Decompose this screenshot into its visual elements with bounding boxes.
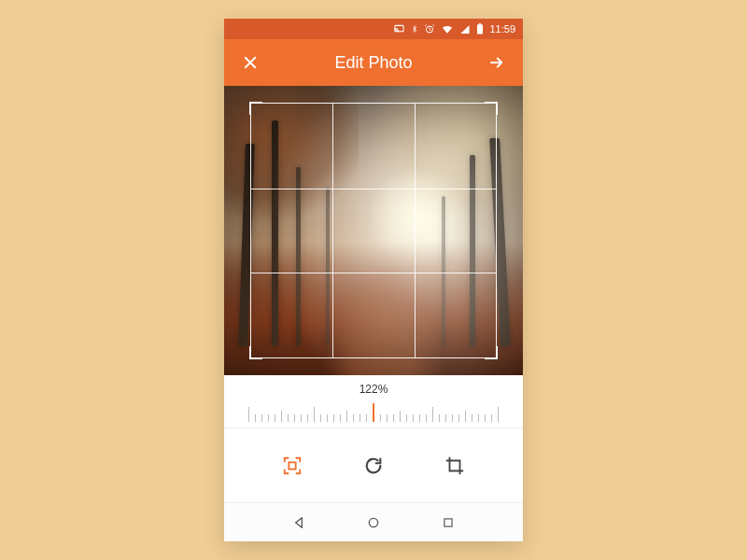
circle-home-icon — [366, 515, 381, 530]
crop-handle-tr[interactable] — [485, 102, 498, 115]
controls-panel: 122% — [224, 375, 523, 541]
grid-line — [251, 189, 496, 189]
status-bar: 11:59 — [224, 19, 523, 39]
next-button[interactable] — [486, 51, 508, 74]
close-button[interactable] — [239, 51, 261, 74]
zoom-control: 122% — [224, 375, 523, 428]
svg-rect-4 — [289, 462, 296, 469]
close-icon — [242, 54, 259, 71]
nav-home-button[interactable] — [359, 508, 388, 538]
arrow-right-icon — [486, 54, 507, 71]
frame-icon — [282, 455, 303, 476]
crop-tool-button[interactable] — [432, 443, 477, 488]
alarm-icon — [424, 23, 435, 35]
svg-rect-6 — [444, 518, 452, 525]
svg-rect-2 — [477, 24, 483, 34]
crop-icon — [444, 455, 465, 476]
frame-tool-button[interactable] — [270, 443, 315, 488]
square-recent-icon — [442, 516, 455, 529]
zoom-ruler[interactable] — [224, 399, 523, 422]
page-title: Edit Photo — [334, 53, 412, 73]
svg-rect-3 — [479, 23, 481, 24]
tool-row — [224, 428, 523, 502]
crop-handle-bl[interactable] — [249, 346, 262, 359]
grid-line — [332, 104, 333, 357]
zoom-indicator — [373, 403, 374, 422]
grid-line — [251, 273, 496, 273]
app-bar: Edit Photo — [224, 39, 523, 86]
rotate-tool-button[interactable] — [351, 443, 396, 488]
status-time: 11:59 — [489, 23, 515, 35]
battery-icon — [476, 23, 484, 35]
bluetooth-icon — [411, 23, 418, 35]
cast-icon — [393, 24, 405, 35]
photo-canvas[interactable] — [224, 86, 523, 375]
phone-frame: 11:59 Edit Photo — [224, 19, 523, 541]
cell-signal-icon — [459, 24, 471, 35]
nav-back-button[interactable] — [284, 508, 314, 538]
crop-frame[interactable] — [250, 103, 497, 358]
triangle-back-icon — [291, 515, 306, 530]
crop-handle-tl[interactable] — [249, 102, 262, 115]
nav-recent-button[interactable] — [433, 508, 463, 538]
android-nav-bar — [224, 502, 523, 541]
wifi-icon — [441, 24, 454, 35]
crop-handle-br[interactable] — [485, 346, 498, 359]
zoom-percent: 122% — [224, 383, 523, 396]
grid-line — [415, 104, 416, 357]
rotate-icon — [363, 455, 384, 476]
svg-point-5 — [369, 518, 377, 526]
